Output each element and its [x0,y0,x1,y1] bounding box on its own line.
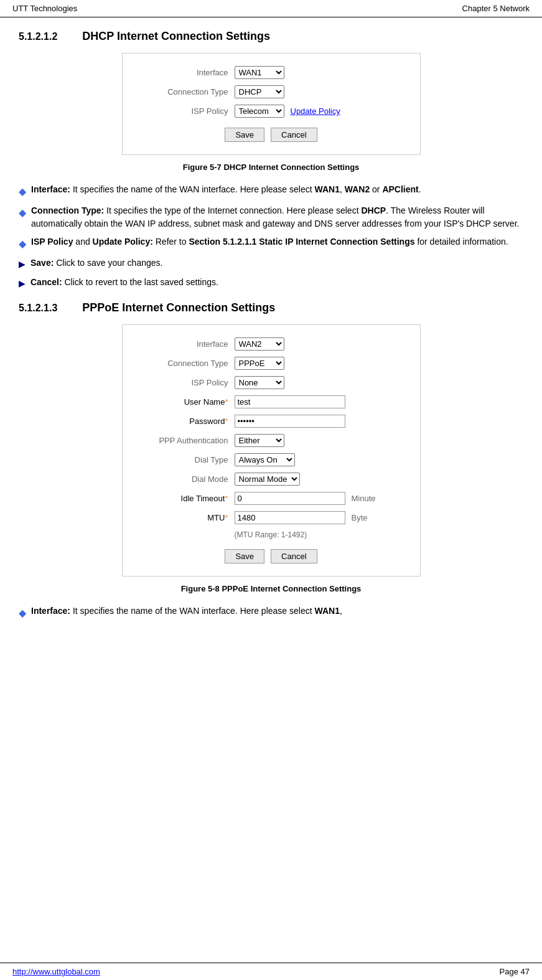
pppoe-username-label: User Name* [147,397,228,407]
mtu-unit: Byte [352,513,368,522]
footer-link[interactable]: http://www.uttglobal.com [12,967,100,976]
pppoe-dialmode-label: Dial Mode [147,474,228,484]
dhcp-update-policy-link[interactable]: Update Policy [291,106,340,116]
pppoe-idletimeout-label: Idle Timeout* [147,494,228,503]
pppoe-pppauth-select[interactable]: Either PAP CHAP [235,434,284,447]
dhcp-conntype-label: Connection Type [147,87,228,97]
dhcp-conntype-select[interactable]: DHCP Static IP PPPoE [235,85,284,98]
dhcp-save-button[interactable]: Save [225,128,264,142]
dhcp-interface-label: Interface [147,68,228,77]
pppoe-conntype-label: Connection Type [147,359,228,368]
pppoe-mtu-input[interactable] [235,511,345,524]
bullet-save-1: ▶ Save: Click to save your changes. [19,257,523,271]
section2-title: PPPoE Internet Connection Settings [82,301,275,314]
pppoe-password-input[interactable] [235,415,345,428]
pppoe-mtu-label: MTU* [147,513,228,522]
pppoe-conntype-select[interactable]: PPPoE DHCP Static IP [235,357,284,370]
dhcp-isppolicy-select[interactable]: Telecom None [235,105,284,118]
dhcp-form-box: Interface WAN1 WAN2 APClient Connection … [122,53,421,155]
mtu-range-note: (MTU Range: 1-1492) [235,530,307,539]
section2-number: 5.1.2.1.3 [19,303,57,314]
section1-number: 5.1.2.1.2 [19,31,57,42]
pppoe-save-button[interactable]: Save [225,549,264,563]
section1-title: DHCP Internet Connection Settings [82,30,270,43]
bullet-interface-2: ◆ Interface: It specifies the name of th… [19,605,523,621]
header-left: UTT Technologies [12,4,77,13]
footer-page: Page 47 [500,967,530,976]
dhcp-interface-select[interactable]: WAN1 WAN2 APClient [235,66,284,79]
header-right: Chapter 5 Network [462,4,530,13]
pppoe-pppauth-label: PPP Authentication [147,436,228,445]
pppoe-form-box: Interface WAN2 WAN1 APClient Connection … [122,324,421,577]
pppoe-dialmode-select[interactable]: Normal Mode Double Mode [235,473,300,486]
pppoe-idletimeout-input[interactable] [235,492,345,505]
pppoe-isppolicy-select[interactable]: None Telecom [235,376,284,389]
idle-timeout-unit: Minute [352,494,376,503]
pppoe-dialtype-label: Dial Type [147,455,228,464]
page-header: UTT Technologies Chapter 5 Network [0,0,542,17]
bullet-conntype-1: ◆ Connection Type: It specifies the type… [19,204,523,230]
dhcp-cancel-button[interactable]: Cancel [271,128,317,142]
pppoe-dialtype-select[interactable]: Always On Manual On Demand [235,453,295,466]
bullet-cancel-1: ▶ Cancel: Click to revert to the last sa… [19,276,523,290]
bullet-isppolicy-1: ◆ ISP Policy and Update Policy: Refer to… [19,235,523,252]
bullet-interface-1: ◆ Interface: It specifies the name of th… [19,183,523,199]
pppoe-interface-select[interactable]: WAN2 WAN1 APClient [235,337,284,351]
pppoe-isppolicy-label: ISP Policy [147,378,228,387]
pppoe-cancel-button[interactable]: Cancel [271,549,317,563]
dhcp-isppolicy-label: ISP Policy [147,106,228,116]
figure1-caption: Figure 5-7 DHCP Internet Connection Sett… [19,163,523,172]
page-footer: http://www.uttglobal.com Page 47 [0,963,542,980]
pppoe-username-input[interactable] [235,395,345,408]
figure2-caption: Figure 5-8 PPPoE Internet Connection Set… [19,584,523,593]
pppoe-interface-label: Interface [147,339,228,349]
pppoe-password-label: Password* [147,417,228,426]
